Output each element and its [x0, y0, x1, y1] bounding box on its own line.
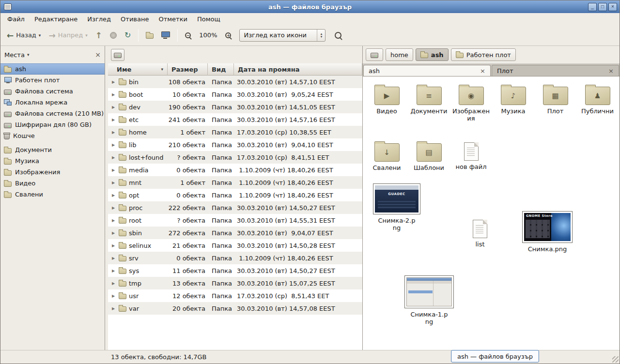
sidebar-item[interactable]: Локална мрежа [0, 97, 105, 108]
expander-icon[interactable]: ▶ [112, 80, 116, 84]
icon-view-item[interactable]: GNOME StoreСнимка.png [521, 211, 574, 253]
menu-item[interactable]: Помощ [192, 14, 225, 24]
table-row[interactable]: ▶srv0 обектаПапка 1.10.2009 (чт) 18,40,2… [108, 252, 362, 264]
zoom-in-button[interactable]: + [222, 30, 234, 40]
table-row[interactable]: ▶usr12 обектаПапка17.03.2010 (ср) 8,51,4… [108, 289, 362, 302]
sidebar-item[interactable]: Шифриран дял (80 GB) [0, 119, 105, 130]
icon-view-item[interactable]: ↓Свалени [366, 140, 408, 172]
sidebar-item[interactable]: Изображения [0, 167, 105, 178]
icon-view-item[interactable]: ♟Публични [576, 83, 619, 122]
menu-item[interactable]: Отметки [154, 14, 192, 24]
expander-icon[interactable]: ▶ [112, 92, 116, 97]
menu-item[interactable]: Редактиране [30, 14, 82, 24]
back-button[interactable]: ← Назад ▾ [3, 30, 44, 41]
expander-icon[interactable]: ▶ [112, 130, 116, 135]
tab-close-icon[interactable]: × [608, 67, 614, 75]
icon-view-item[interactable]: GUADECСнимка-2.png [370, 183, 423, 232]
icon-view-item[interactable]: Снимка-1.png [403, 275, 456, 326]
icon-view-item[interactable]: ▦Плот [534, 83, 576, 122]
expander-icon[interactable]: ▶ [112, 231, 116, 235]
reload-button[interactable]: ↻ [121, 30, 134, 41]
icon-view-item[interactable]: ▤Шаблони [408, 140, 450, 172]
expander-icon[interactable]: ▶ [112, 143, 116, 147]
search-button[interactable] [331, 30, 345, 41]
path-button[interactable]: Работен плот [451, 48, 516, 61]
sidebar-item[interactable]: ash [0, 63, 105, 75]
back-history-chevron-icon[interactable]: ▾ [39, 33, 41, 38]
table-row[interactable]: ▶sys11 обектаПапка30.03.2010 (вт) 14,50,… [108, 264, 362, 277]
column-header[interactable]: Вид [208, 63, 234, 76]
sidebar-item[interactable]: Документи [0, 144, 105, 155]
maximize-button[interactable]: □ [598, 3, 607, 11]
tab-close-icon[interactable]: × [480, 67, 485, 75]
places-label[interactable]: Места [4, 51, 25, 59]
icon-view-item[interactable]: list [453, 217, 507, 248]
expander-icon[interactable]: ▶ [112, 118, 116, 122]
view-mode-select[interactable]: Изглед като икони ▴ ▾ [239, 29, 326, 42]
menu-item[interactable]: Изглед [82, 14, 116, 24]
table-row[interactable]: ▶mnt1 обектПапка 1.10.2009 (чт) 18,40,26… [108, 176, 362, 189]
resize-grip-handle[interactable] [612, 356, 619, 363]
path-button[interactable]: ash [416, 48, 449, 61]
path-button[interactable] [366, 48, 383, 61]
path-button[interactable]: home [386, 48, 413, 61]
icon-view-item[interactable]: ◉Изображения [450, 83, 492, 122]
menu-item[interactable]: Файл [2, 14, 30, 24]
column-header[interactable]: Дата на промяна [234, 63, 362, 76]
places-dropdown-icon[interactable]: ▾ [27, 52, 30, 57]
table-row[interactable]: ▶sbin272 обектаПапка30.03.2010 (вт) 9,04… [108, 227, 362, 239]
icon-view-item[interactable]: ▶Видео [366, 83, 408, 122]
column-header[interactable]: Име▾ [108, 63, 168, 76]
table-row[interactable]: ▶var20 обектаПапка30.03.2010 (вт) 14,57,… [108, 302, 362, 315]
up-button[interactable]: ↑ [92, 30, 106, 41]
expander-icon[interactable]: ▶ [112, 294, 116, 298]
pane-location-button[interactable] [111, 49, 124, 61]
icon-view-item[interactable]: нов файл [450, 140, 492, 172]
table-row[interactable]: ▶selinux21 обектаПапка30.03.2010 (вт) 14… [108, 239, 362, 252]
combo-arrows-icon[interactable]: ▴ ▾ [317, 30, 325, 41]
sidebar-item[interactable]: Работен плот [0, 75, 105, 86]
table-row[interactable]: ▶bin108 обектаПапка30.03.2010 (вт) 14,57… [108, 76, 362, 88]
table-row[interactable]: ▶lost+found? обектаПапка17.03.2010 (ср) … [108, 151, 362, 164]
titlebar[interactable]: ash — файлов браузър _ □ × [0, 0, 620, 13]
expander-icon[interactable]: ▶ [112, 269, 116, 273]
table-row[interactable]: ▶root? обектаПапка30.03.2010 (вт) 14,55,… [108, 214, 362, 227]
table-row[interactable]: ▶boot10 обектаПапка30.03.2010 (вт) 9,05,… [108, 88, 362, 101]
table-row[interactable]: ▶proc222 обектаПапка30.03.2010 (вт) 14,5… [108, 201, 362, 214]
icon-view-item[interactable]: ≡Документи [408, 83, 450, 122]
expander-icon[interactable]: ▶ [112, 281, 116, 286]
close-button[interactable]: × [608, 3, 617, 11]
tab[interactable]: ash× [363, 65, 491, 76]
minimize-button[interactable]: _ [588, 3, 597, 11]
expander-icon[interactable]: ▶ [112, 206, 116, 210]
expander-icon[interactable]: ▶ [112, 105, 116, 109]
expander-icon[interactable]: ▶ [112, 181, 116, 185]
table-row[interactable]: ▶lib210 обектаПапка30.03.2010 (вт) 9,04,… [108, 138, 362, 151]
menu-item[interactable]: Отиване [116, 14, 154, 24]
taskbar-window-button[interactable]: ash — файлов браузър [451, 350, 539, 363]
expander-icon[interactable]: ▶ [112, 256, 116, 260]
expander-icon[interactable]: ▶ [112, 243, 116, 248]
table-row[interactable]: ▶tmp13 обектаПапка30.03.2010 (вт) 15,07,… [108, 277, 362, 289]
stop-button[interactable] [107, 30, 120, 41]
sidebar-item[interactable]: Кошче [0, 130, 105, 141]
table-row[interactable]: ▶opt0 обектаПапка 1.10.2009 (чт) 18,40,2… [108, 189, 362, 201]
forward-button[interactable]: → Напред ▾ [45, 30, 91, 41]
icon-view-item[interactable]: ♪Музика [492, 83, 534, 122]
sidebar-item[interactable]: Видео [0, 178, 105, 189]
sidebar-item[interactable]: Файлова система [0, 86, 105, 97]
expander-icon[interactable]: ▶ [112, 155, 116, 160]
table-row[interactable]: ▶dev190 обектаПапка30.03.2010 (вт) 14,51… [108, 101, 362, 113]
zoom-out-button[interactable]: − [182, 30, 194, 40]
table-row[interactable]: ▶home1 обектПапка17.03.2010 (ср) 10,38,5… [108, 126, 362, 138]
sidebar-item[interactable]: Музика [0, 155, 105, 167]
expander-icon[interactable]: ▶ [112, 168, 116, 172]
table-row[interactable]: ▶media0 обектаПапка 1.10.2009 (чт) 18,40… [108, 164, 362, 176]
sidebar-close-button[interactable]: × [95, 51, 101, 59]
home-button[interactable] [142, 30, 157, 41]
expander-icon[interactable]: ▶ [112, 193, 116, 197]
table-row[interactable]: ▶etc241 обектаПапка30.03.2010 (вт) 14,57… [108, 113, 362, 126]
column-header[interactable]: Размер [168, 63, 208, 76]
sidebar-item[interactable]: Свалени [0, 189, 105, 200]
computer-button[interactable] [158, 30, 173, 41]
